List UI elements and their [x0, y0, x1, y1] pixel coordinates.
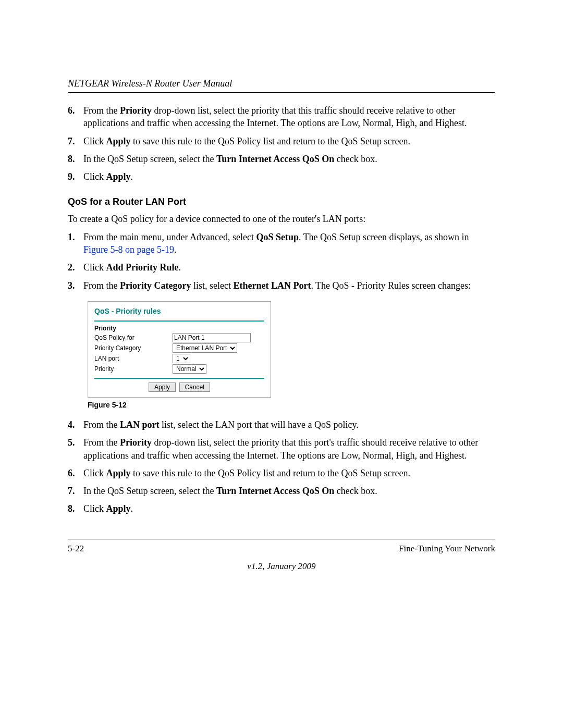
row-priority: Priority Normal — [94, 364, 264, 374]
apply-button[interactable]: Apply — [149, 382, 176, 392]
select-priority[interactable]: Normal — [173, 364, 206, 374]
running-header: NETGEAR Wireless-N Router User Manual — [68, 78, 495, 89]
steps-list-bottom: 4. From the LAN port list, select the LA… — [68, 418, 495, 515]
step-7b: 7. In the QoS Setup screen, select the T… — [68, 485, 495, 497]
step-body: From the main menu, under Advanced, sele… — [83, 231, 495, 256]
label-qos-policy-for: QoS Policy for — [94, 334, 173, 341]
step-4: 4. From the LAN port list, select the LA… — [68, 418, 495, 431]
label-priority-category: Priority Category — [94, 344, 173, 352]
section-label-priority: Priority — [94, 325, 264, 332]
select-priority-category[interactable]: Ethernet LAN Port — [173, 343, 237, 353]
step-7: 7. Click Apply to save this rule to the … — [68, 135, 495, 147]
step-number: 4. — [68, 418, 83, 431]
step-number: 3. — [68, 279, 83, 292]
steps-list-mid: 1. From the main menu, under Advanced, s… — [68, 231, 495, 292]
step-body: Click Apply. — [83, 502, 495, 515]
step-6: 6. From the Priority drop-down list, sel… — [68, 104, 495, 130]
step-number: 2. — [68, 261, 83, 274]
step-3: 3. From the Priority Category list, sele… — [68, 279, 495, 292]
figure-caption: Figure 5-12 — [88, 401, 495, 409]
step-number: 6. — [68, 104, 83, 130]
step-body: From the Priority drop-down list, select… — [83, 104, 495, 130]
step-number: 7. — [68, 135, 83, 147]
step-body: Click Apply to save this rule to the QoS… — [83, 467, 495, 479]
header-rule — [68, 92, 495, 93]
panel-divider — [94, 378, 264, 379]
version-line: v1.2, January 2009 — [68, 561, 495, 572]
figure-crossref-link[interactable]: Figure 5-8 on page 5-19 — [83, 244, 174, 255]
step-1: 1. From the main menu, under Advanced, s… — [68, 231, 495, 256]
lead-paragraph: To create a QoS policy for a device conn… — [68, 213, 495, 225]
cancel-button[interactable]: Cancel — [179, 382, 210, 392]
footer-rule — [68, 539, 495, 539]
panel-title: QoS - Priority rules — [94, 307, 264, 322]
page-footer: 5-22 Fine-Tuning Your Network v1.2, Janu… — [68, 539, 495, 572]
steps-list-top: 6. From the Priority drop-down list, sel… — [68, 104, 495, 183]
step-body: From the LAN port list, select the LAN p… — [83, 418, 495, 431]
subhead-qos-lan-port: QoS for a Router LAN Port — [68, 196, 495, 207]
step-number: 5. — [68, 436, 83, 462]
step-5: 5. From the Priority drop-down list, sel… — [68, 436, 495, 462]
step-body: Click Apply. — [83, 170, 495, 183]
row-lan-port: LAN port 1 — [94, 354, 264, 363]
select-lan-port[interactable]: 1 — [173, 354, 190, 363]
label-lan-port: LAN port — [94, 355, 173, 362]
step-body: In the QoS Setup screen, select the Turn… — [83, 485, 495, 497]
step-number: 6. — [68, 467, 83, 479]
step-body: From the Priority drop-down list, select… — [83, 436, 495, 462]
step-9: 9. Click Apply. — [68, 170, 495, 183]
page-number: 5-22 — [68, 544, 84, 554]
section-name: Fine-Tuning Your Network — [399, 544, 495, 554]
input-qos-policy-for[interactable] — [173, 333, 251, 342]
step-body: Click Apply to save this rule to the QoS… — [83, 135, 495, 147]
row-qos-policy-for: QoS Policy for — [94, 333, 264, 342]
step-body: Click Add Priority Rule. — [83, 261, 495, 274]
step-number: 8. — [68, 502, 83, 515]
step-number: 9. — [68, 170, 83, 183]
label-priority: Priority — [94, 365, 173, 373]
step-8b: 8. Click Apply. — [68, 502, 495, 515]
manual-page: NETGEAR Wireless-N Router User Manual 6.… — [0, 0, 563, 728]
qos-priority-rules-panel: QoS - Priority rules Priority QoS Policy… — [88, 301, 271, 398]
step-number: 8. — [68, 153, 83, 165]
step-body: From the Priority Category list, select … — [83, 279, 495, 292]
step-2: 2. Click Add Priority Rule. — [68, 261, 495, 274]
row-priority-category: Priority Category Ethernet LAN Port — [94, 343, 264, 353]
step-body: In the QoS Setup screen, select the Turn… — [83, 153, 495, 165]
step-8: 8. In the QoS Setup screen, select the T… — [68, 153, 495, 165]
step-number: 7. — [68, 485, 83, 497]
step-6b: 6. Click Apply to save this rule to the … — [68, 467, 495, 479]
step-number: 1. — [68, 231, 83, 256]
